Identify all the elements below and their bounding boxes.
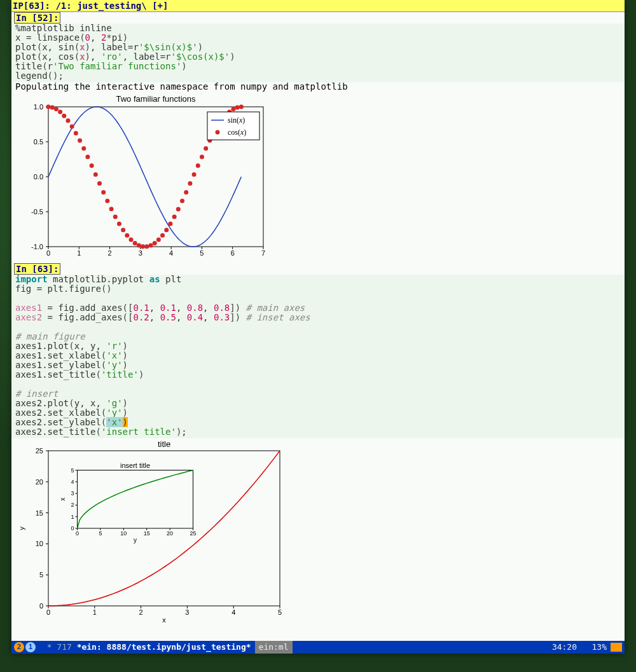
- buffer-name: *ein: 8888/test.ipynb/just_testing*: [77, 641, 251, 654]
- svg-point-51: [137, 243, 141, 247]
- svg-point-56: [156, 238, 161, 242]
- svg-text:-1.0: -1.0: [31, 243, 43, 250]
- svg-point-54: [148, 243, 153, 247]
- svg-text:2: 2: [139, 608, 143, 616]
- svg-text:x: x: [59, 498, 66, 501]
- svg-point-55: [153, 241, 157, 245]
- svg-text:0: 0: [46, 608, 50, 616]
- titlebar: IP[63]: /1: just_testing\ [+]: [11, 0, 625, 12]
- svg-point-63: [184, 190, 188, 195]
- svg-text:3: 3: [185, 608, 189, 616]
- svg-text:5: 5: [278, 608, 282, 616]
- svg-text:20: 20: [167, 530, 173, 537]
- svg-text:1: 1: [71, 514, 74, 520]
- svg-text:x: x: [162, 616, 166, 624]
- chart-two-familiar-functions: Two familiar functions01234567-1.0-0.50.…: [15, 94, 270, 259]
- svg-point-53: [144, 244, 149, 249]
- modeline-end-block: [611, 643, 622, 652]
- svg-point-29: [50, 105, 55, 109]
- svg-text:2: 2: [108, 249, 112, 257]
- svg-text:5: 5: [71, 467, 74, 474]
- svg-text:1: 1: [77, 249, 81, 257]
- svg-point-64: [188, 181, 192, 186]
- svg-point-36: [78, 138, 82, 142]
- svg-text:4: 4: [232, 608, 235, 616]
- svg-text:10: 10: [120, 530, 127, 537]
- svg-point-41: [97, 181, 102, 186]
- svg-point-61: [176, 207, 181, 211]
- svg-point-47: [121, 228, 125, 232]
- svg-point-35: [74, 131, 78, 135]
- svg-text:0.0: 0.0: [34, 173, 43, 181]
- svg-point-81: [216, 130, 220, 135]
- svg-text:25: 25: [36, 447, 43, 455]
- svg-text:15: 15: [36, 509, 43, 517]
- svg-point-32: [62, 114, 66, 118]
- svg-text:6: 6: [231, 249, 235, 257]
- svg-point-28: [46, 105, 51, 109]
- scroll-percent: 13%: [592, 641, 607, 654]
- svg-point-50: [133, 241, 137, 245]
- editor-window: IP[63]: /1: just_testing\ [+] In [52]: %…: [11, 0, 625, 654]
- svg-text:0.5: 0.5: [34, 138, 43, 146]
- cell-63-prompt: In [63]:: [14, 263, 60, 275]
- svg-point-62: [180, 199, 184, 203]
- svg-point-60: [172, 214, 177, 219]
- svg-text:0: 0: [46, 249, 50, 257]
- svg-text:25: 25: [190, 530, 196, 537]
- svg-text:5: 5: [39, 571, 43, 579]
- svg-text:7: 7: [261, 249, 265, 257]
- svg-text:3: 3: [71, 490, 74, 497]
- major-mode: ein:ml: [255, 641, 293, 654]
- svg-point-58: [164, 228, 169, 232]
- notebook-content[interactable]: In [52]: %matplotlib inline x = linspace…: [11, 12, 625, 629]
- svg-point-65: [192, 172, 197, 177]
- svg-point-76: [235, 105, 240, 109]
- svg-text:4: 4: [71, 479, 74, 485]
- svg-text:1.0: 1.0: [34, 103, 43, 111]
- svg-text:-0.5: -0.5: [31, 208, 43, 216]
- svg-point-38: [85, 154, 90, 159]
- svg-text:4: 4: [169, 249, 173, 257]
- svg-text:15: 15: [144, 530, 150, 537]
- svg-text:0: 0: [39, 602, 43, 610]
- svg-rect-111: [78, 470, 193, 529]
- cell-52-chart: Two familiar functions01234567-1.0-0.50.…: [11, 92, 625, 263]
- svg-point-44: [109, 207, 114, 211]
- svg-text:0: 0: [76, 530, 79, 537]
- cell-52-output-text: Populating the interactive namespace fro…: [11, 82, 625, 92]
- chart-title-with-inset: title0123450510152025xyinsert title05101…: [15, 441, 289, 625]
- svg-point-68: [204, 146, 208, 151]
- cell-63-code[interactable]: import matplotlib.pyplot as plt fig = pl…: [11, 275, 625, 438]
- svg-point-39: [90, 163, 94, 168]
- svg-text:5: 5: [200, 249, 204, 257]
- cell-52-prompt: In [52]:: [14, 12, 60, 24]
- cell-52-code[interactable]: %matplotlib inline x = linspace(0, 2*pi)…: [11, 24, 625, 82]
- svg-text:2: 2: [71, 502, 74, 508]
- svg-point-34: [70, 124, 74, 128]
- svg-point-49: [129, 238, 134, 242]
- svg-point-42: [101, 190, 106, 195]
- svg-point-30: [54, 107, 59, 111]
- svg-text:y: y: [134, 537, 137, 544]
- svg-point-40: [93, 172, 98, 177]
- svg-text:1: 1: [93, 608, 97, 616]
- svg-point-43: [105, 198, 109, 203]
- cell-63-chart: title0123450510152025xyinsert title05101…: [11, 438, 625, 629]
- svg-text:y: y: [18, 526, 25, 530]
- svg-text:cos(x): cos(x): [228, 128, 246, 137]
- svg-point-48: [125, 233, 129, 238]
- svg-point-46: [117, 221, 121, 226]
- cell-52[interactable]: In [52]: %matplotlib inline x = linspace…: [11, 12, 625, 263]
- svg-point-33: [66, 118, 70, 123]
- cursor-position: 34:20: [552, 641, 577, 654]
- svg-point-75: [231, 107, 235, 111]
- svg-text:20: 20: [36, 478, 43, 486]
- svg-text:0: 0: [71, 525, 74, 531]
- svg-text:Two familiar functions: Two familiar functions: [116, 94, 196, 104]
- line-count: 717: [57, 641, 71, 654]
- svg-text:3: 3: [139, 249, 142, 257]
- cell-63[interactable]: In [63]: import matplotlib.pyplot as plt…: [11, 263, 625, 629]
- svg-point-59: [168, 221, 172, 226]
- svg-text:5: 5: [99, 530, 102, 537]
